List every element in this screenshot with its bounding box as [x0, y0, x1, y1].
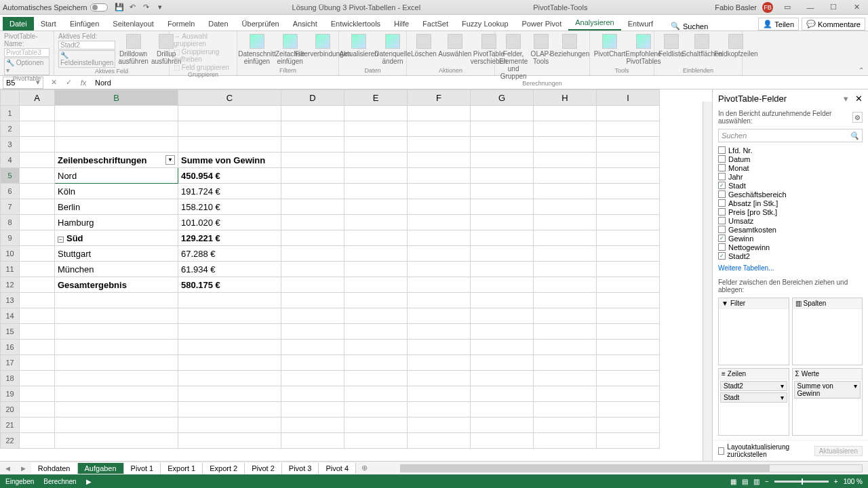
cell-F16[interactable]: [408, 340, 471, 355]
tab-einfügen[interactable]: Einfügen: [63, 17, 106, 30]
cell-D10[interactable]: [281, 246, 344, 262]
cell-D13[interactable]: [281, 293, 344, 308]
field-item[interactable]: Stadt: [718, 181, 863, 190]
cell-C16[interactable]: [178, 340, 281, 355]
tab-factset[interactable]: FactSet: [416, 17, 455, 30]
cell-G22[interactable]: [471, 433, 534, 449]
cell-I10[interactable]: [597, 246, 660, 262]
active-field-value[interactable]: Stadt2: [58, 41, 115, 49]
col-header-I[interactable]: I: [597, 90, 660, 106]
cell-E13[interactable]: [344, 293, 408, 308]
cell-D4[interactable]: [281, 152, 344, 168]
cell-D21[interactable]: [281, 418, 344, 433]
cell-G8[interactable]: [471, 215, 534, 230]
row-header-3[interactable]: 3: [1, 137, 20, 152]
cell-G13[interactable]: [471, 293, 534, 308]
cell-D22[interactable]: [281, 433, 344, 449]
cell-H12[interactable]: [534, 277, 597, 293]
qat-customize-icon[interactable]: ▾: [155, 3, 165, 12]
cell-E9[interactable]: [344, 230, 408, 246]
cell-F11[interactable]: [408, 262, 471, 277]
row-header-5[interactable]: 5: [1, 168, 20, 184]
cell-D9[interactable]: [281, 230, 344, 246]
cell-F18[interactable]: [408, 371, 471, 386]
cell-H14[interactable]: [534, 308, 597, 324]
cell-E16[interactable]: [344, 340, 408, 355]
cell-D1[interactable]: [281, 106, 344, 121]
cell-H21[interactable]: [534, 418, 597, 433]
collapse-ribbon-icon[interactable]: ⌃: [859, 66, 864, 74]
cell-A20[interactable]: [20, 402, 55, 418]
slicer-button[interactable]: Datenschnitt einfügen: [241, 33, 273, 65]
cell-I1[interactable]: [597, 106, 660, 121]
cell-B16[interactable]: [55, 340, 178, 355]
timeline-button[interactable]: Zeitachse einfügen: [275, 33, 304, 65]
cell-H13[interactable]: [534, 293, 597, 308]
field-item[interactable]: Gesamtkosten: [718, 225, 863, 234]
tab-seitenlayout[interactable]: Seitenlayout: [106, 17, 161, 30]
cell-A7[interactable]: [20, 199, 55, 215]
cell-B3[interactable]: [55, 137, 178, 152]
row-header-11[interactable]: 11: [1, 262, 20, 277]
cell-H3[interactable]: [534, 137, 597, 152]
cell-G5[interactable]: [471, 168, 534, 184]
cell-E7[interactable]: [344, 199, 408, 215]
cell-edit-input[interactable]: [58, 171, 175, 181]
field-item[interactable]: Lfd. Nr.: [718, 146, 863, 155]
cell-E5[interactable]: [344, 168, 408, 184]
cell-F3[interactable]: [408, 137, 471, 152]
cell-H18[interactable]: [534, 371, 597, 386]
cell-C11[interactable]: 61.934 €: [178, 262, 281, 277]
cell-I11[interactable]: [597, 262, 660, 277]
confirm-edit-icon[interactable]: ✓: [61, 78, 76, 87]
fields-items-button[interactable]: Felder, Elemente und Gruppen: [499, 33, 528, 80]
cell-B22[interactable]: [55, 433, 178, 449]
cell-H17[interactable]: [534, 355, 597, 371]
row-header-9[interactable]: 9: [1, 230, 20, 246]
cell-H4[interactable]: [534, 152, 597, 168]
field-search-input[interactable]: Suchen 🔍: [718, 129, 863, 142]
options-button[interactable]: 🔧 Optionen ▾: [4, 58, 50, 75]
field-item[interactable]: Preis [pro Stk.]: [718, 207, 863, 216]
cell-B20[interactable]: [55, 402, 178, 418]
cell-C19[interactable]: [178, 386, 281, 402]
cell-D20[interactable]: [281, 402, 344, 418]
cell-C18[interactable]: [178, 371, 281, 386]
cell-I2[interactable]: [597, 121, 660, 137]
tab-fuzzy lookup[interactable]: Fuzzy Lookup: [455, 17, 515, 30]
filter-icon[interactable]: ▾: [165, 155, 175, 165]
cell-E4[interactable]: [344, 152, 408, 168]
cell-H2[interactable]: [534, 121, 597, 137]
field-checkbox[interactable]: [718, 173, 726, 180]
field-item[interactable]: Jahr: [718, 172, 863, 181]
col-header-B[interactable]: B: [55, 90, 178, 106]
cell-H15[interactable]: [534, 324, 597, 340]
cell-C5[interactable]: 450.954 €: [178, 168, 281, 184]
cell-D5[interactable]: [281, 168, 344, 184]
sheet-tab[interactable]: Aufgaben: [78, 463, 124, 474]
redo-icon[interactable]: ↷: [142, 3, 151, 12]
cell-A9[interactable]: [20, 230, 55, 246]
cell-D17[interactable]: [281, 355, 344, 371]
pane-dropdown-icon[interactable]: ▾: [844, 94, 848, 104]
cell-G14[interactable]: [471, 308, 534, 324]
field-checkbox[interactable]: [718, 155, 726, 163]
autosave-toggle[interactable]: [90, 3, 108, 12]
undo-icon[interactable]: ↶: [128, 3, 138, 12]
cell-D3[interactable]: [281, 137, 344, 152]
cell-E18[interactable]: [344, 371, 408, 386]
cell-I13[interactable]: [597, 293, 660, 308]
cell-B13[interactable]: [55, 293, 178, 308]
cell-B4[interactable]: Zeilenbeschriftungen▾: [55, 152, 178, 168]
row-header-1[interactable]: 1: [1, 106, 20, 121]
cell-A19[interactable]: [20, 386, 55, 402]
col-header-D[interactable]: D: [281, 90, 344, 106]
field-checkbox[interactable]: [718, 182, 726, 189]
zoom-in-icon[interactable]: +: [834, 478, 838, 485]
cell-E11[interactable]: [344, 262, 408, 277]
cell-G16[interactable]: [471, 340, 534, 355]
cell-G2[interactable]: [471, 121, 534, 137]
cell-F14[interactable]: [408, 308, 471, 324]
cell-I18[interactable]: [597, 371, 660, 386]
cell-G18[interactable]: [471, 371, 534, 386]
